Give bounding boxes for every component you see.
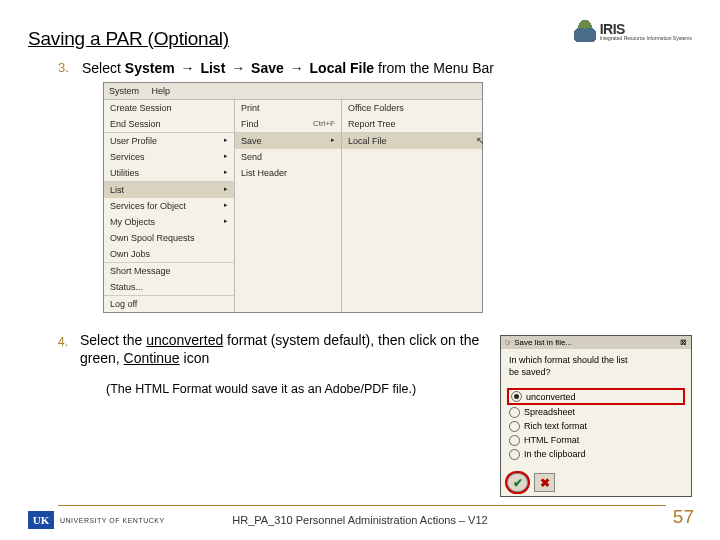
arrow-icon: →	[231, 60, 245, 76]
radio-icon	[509, 435, 520, 446]
footer-divider	[58, 505, 666, 506]
dialog-titlebar: ☞ Save list in file... ⊠	[501, 336, 691, 349]
logo-subtitle: Integrated Resource Information Systems	[600, 36, 692, 41]
dialog-options: unconverted Spreadsheet Rich text format…	[501, 384, 691, 469]
menu-item[interactable]: My Objects▸	[104, 214, 234, 230]
menu-item[interactable]: End Session	[104, 116, 234, 132]
menu-bar: System Help	[104, 83, 482, 100]
step-4-note: (The HTML Format would save it as an Ado…	[106, 381, 484, 397]
dialog-buttons: ✔ ✖	[501, 469, 691, 496]
step-3: 3. Select System → List → Save → Local F…	[58, 60, 692, 76]
sap-menu-screenshot: System Help Create Session End Session U…	[103, 82, 483, 313]
menu-item[interactable]: Utilities▸	[104, 165, 234, 181]
menu-item-send[interactable]: Send	[235, 149, 341, 165]
radio-icon	[509, 407, 520, 418]
footer-doc-title: HR_PA_310 Personnel Administration Actio…	[232, 514, 487, 526]
uk-logo: UK UNIVERSITY OF KENTUCKY	[28, 511, 165, 529]
menu-path-list: List	[200, 60, 225, 76]
arrow-icon: →	[181, 60, 195, 76]
menu-item-list[interactable]: List▸	[104, 181, 234, 198]
kw-unconverted: unconverted	[146, 332, 223, 348]
menu-path-save: Save	[251, 60, 284, 76]
menu-item[interactable]: Status...	[104, 279, 234, 295]
step-num: 3.	[58, 60, 74, 76]
iris-icon	[572, 18, 598, 44]
footer: UK UNIVERSITY OF KENTUCKY HR_PA_310 Pers…	[0, 514, 720, 526]
cancel-button[interactable]: ✖	[534, 473, 555, 492]
step-3-suffix: from the Menu Bar	[374, 60, 494, 76]
menu-item[interactable]: Own Spool Requests	[104, 230, 234, 246]
close-icon[interactable]: ⊠	[680, 338, 687, 347]
logo-name: IRIS	[600, 22, 692, 36]
check-icon: ✔	[513, 476, 523, 490]
uk-name: UNIVERSITY OF KENTUCKY	[60, 517, 165, 524]
submenu-level-1: Create Session End Session User Profile▸…	[104, 100, 235, 312]
arrow-icon: →	[290, 60, 304, 76]
radio-icon	[509, 449, 520, 460]
menu-item[interactable]: Create Session	[104, 100, 234, 116]
step-3-text: Select System → List → Save → Local File…	[82, 60, 494, 76]
radio-option-unconverted[interactable]: unconverted	[507, 388, 685, 405]
x-icon: ✖	[540, 476, 550, 490]
uk-mark: UK	[28, 511, 54, 529]
submenu-level-2: Print FindCtrl+F Save▸ Send List Header	[235, 100, 342, 312]
radio-option-clipboard[interactable]: In the clipboard	[509, 447, 683, 461]
radio-option-html[interactable]: HTML Format	[509, 433, 683, 447]
menu-item[interactable]: Short Message	[104, 262, 234, 279]
menu-item[interactable]: Services▸	[104, 149, 234, 165]
menu-item-listheader[interactable]: List Header	[235, 165, 341, 181]
radio-icon	[511, 391, 522, 402]
menu-item[interactable]: Own Jobs	[104, 246, 234, 262]
step-3-prefix: Select	[82, 60, 125, 76]
continue-button[interactable]: ✔	[507, 473, 528, 492]
kw-continue: Continue	[124, 350, 180, 366]
menu-path-system: System	[125, 60, 175, 76]
menu-item[interactable]: Services for Object▸	[104, 198, 234, 214]
kw-html-format: HTML Format	[135, 382, 212, 396]
radio-icon	[509, 421, 520, 432]
cursor-icon: ↖	[476, 135, 484, 146]
page-number: 57	[673, 506, 694, 528]
dialog-question: In which format should the list be saved…	[501, 349, 691, 384]
radio-option-spreadsheet[interactable]: Spreadsheet	[509, 405, 683, 419]
step-4-text: Select the unconverted format (system de…	[80, 331, 484, 367]
menu-system[interactable]: System	[109, 86, 139, 96]
menu-item-reporttree[interactable]: Report Tree	[342, 116, 482, 132]
menu-item-save[interactable]: Save▸	[235, 132, 341, 149]
menu-item-localfile[interactable]: Local File↖	[342, 132, 482, 149]
menu-help[interactable]: Help	[152, 86, 171, 96]
step-num: 4.	[58, 335, 74, 349]
radio-option-rtf[interactable]: Rich text format	[509, 419, 683, 433]
menu-item[interactable]: Log off	[104, 295, 234, 312]
save-list-dialog: ☞ Save list in file... ⊠ In which format…	[500, 335, 692, 497]
menu-item-print[interactable]: Print	[235, 100, 341, 116]
submenu-level-3: Office Folders Report Tree Local File↖	[342, 100, 482, 312]
menu-item[interactable]: User Profile▸	[104, 132, 234, 149]
dialog-title: ☞ Save list in file...	[505, 338, 572, 347]
menu-item-find[interactable]: FindCtrl+F	[235, 116, 341, 132]
menu-path-localfile: Local File	[310, 60, 375, 76]
page-title: Saving a PAR (Optional)	[28, 28, 229, 50]
iris-logo: IRIS Integrated Resource Information Sys…	[572, 18, 692, 44]
menu-item-office[interactable]: Office Folders	[342, 100, 482, 116]
